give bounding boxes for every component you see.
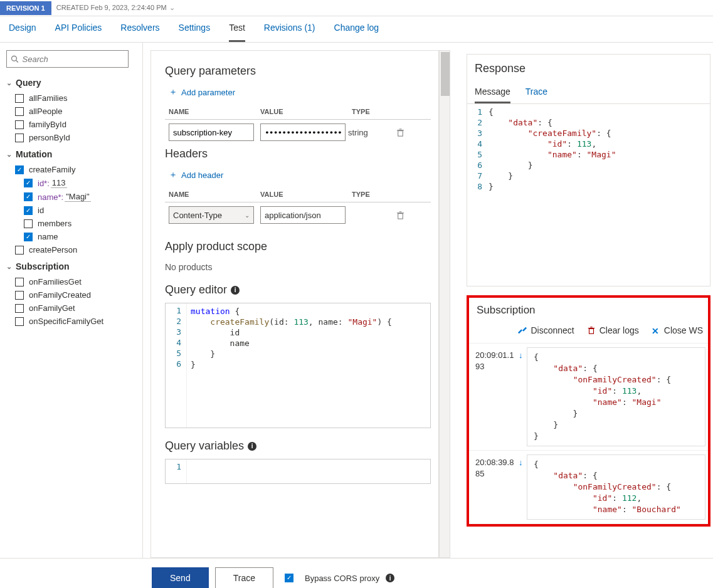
col-value: VALUE: [260, 108, 352, 115]
header-value-text: application/json: [265, 211, 321, 220]
section-query[interactable]: ⌄Query: [6, 78, 136, 88]
checkbox[interactable]: [15, 278, 24, 286]
add-parameter-link[interactable]: ＋Add parameter: [169, 87, 431, 98]
query-familybyid[interactable]: familyById: [6, 118, 136, 131]
info-icon[interactable]: i: [248, 442, 256, 451]
tab-api-policies[interactable]: API Policies: [55, 23, 102, 42]
disconnect-button[interactable]: Disconnect: [518, 325, 574, 335]
query-editor[interactable]: 123456 mutation { createFamily(id: 113, …: [165, 303, 431, 428]
footer: Send Trace Bypass CORS proxy i: [0, 558, 713, 588]
send-button[interactable]: Send: [152, 567, 209, 588]
query-variables-editor[interactable]: 1: [165, 459, 431, 484]
col-value: VALUE: [260, 191, 352, 198]
query-allpeople[interactable]: allPeople: [6, 105, 136, 118]
code-body[interactable]: [187, 459, 430, 483]
info-icon[interactable]: i: [386, 574, 394, 582]
center-panel: Query parameters ＋Add parameter NAME VAL…: [151, 50, 439, 558]
arrow-down-icon: ↓: [519, 350, 523, 360]
code-body[interactable]: mutation { createFamily(id: 113, name: "…: [187, 303, 430, 428]
add-header-link[interactable]: ＋Add header: [169, 169, 431, 181]
headers-heading: Headers: [165, 147, 431, 160]
search-input[interactable]: [23, 55, 124, 64]
tab-change-log[interactable]: Change log: [334, 23, 379, 42]
sub-onfamiliesget[interactable]: onFamiliesGet: [6, 275, 136, 288]
clear-logs-button[interactable]: Clear logs: [587, 325, 639, 335]
checkbox[interactable]: [24, 179, 33, 187]
section-subscription[interactable]: ⌄Subscription: [6, 261, 136, 271]
gutter: 12345678: [467, 104, 489, 286]
section-query-label: Query: [16, 78, 41, 88]
param-name[interactable]: name*: "Magi": [6, 190, 136, 204]
plus-icon: ＋: [169, 87, 177, 98]
close-ws-button[interactable]: ✕ Close WS: [652, 325, 703, 335]
label: personById: [29, 133, 70, 142]
checkbox[interactable]: [15, 291, 24, 300]
tab-message[interactable]: Message: [475, 81, 510, 103]
scrollbar[interactable]: [439, 50, 450, 558]
checkbox[interactable]: [15, 94, 24, 103]
tab-revisions[interactable]: Revisions (1): [264, 23, 315, 42]
param-name-input[interactable]: [169, 123, 254, 141]
label: onFamilyCreated: [29, 290, 91, 300]
sub-onspecificfamilyget[interactable]: onSpecificFamilyGet: [6, 315, 136, 328]
field-name[interactable]: name: [6, 230, 136, 243]
query-personbyid[interactable]: personById: [6, 131, 136, 144]
col-name: NAME: [169, 191, 260, 198]
checkbox[interactable]: [24, 192, 33, 201]
trash-icon[interactable]: [396, 128, 405, 137]
label: createPerson: [29, 245, 77, 255]
trace-button[interactable]: Trace: [215, 567, 273, 588]
param-id[interactable]: id*: 113: [6, 176, 136, 190]
label: allPeople: [29, 107, 63, 116]
info-icon[interactable]: i: [231, 286, 240, 295]
section-mutation[interactable]: ⌄Mutation: [6, 149, 136, 159]
checkbox[interactable]: [24, 233, 33, 241]
param-label: name*:: [38, 192, 63, 202]
sub-onfamilyget[interactable]: onFamilyGet: [6, 302, 136, 315]
mutation-createfamily[interactable]: createFamily: [6, 163, 136, 176]
checkbox[interactable]: [15, 317, 24, 326]
trash-icon[interactable]: [396, 211, 405, 220]
param-value[interactable]: 113: [51, 178, 67, 188]
param-value-input[interactable]: [260, 123, 346, 141]
checkbox[interactable]: [24, 219, 33, 228]
checkbox[interactable]: [15, 246, 24, 255]
headers-header: NAME VALUE TYPE: [165, 187, 431, 202]
revision-created-text: CREATED Feb 9, 2023, 2:24:40 PM: [56, 4, 167, 11]
log-timestamp: 20:08:39.8 ↓85: [469, 451, 527, 523]
tab-design[interactable]: Design: [9, 23, 36, 42]
revision-created[interactable]: CREATED Feb 9, 2023, 2:24:40 PM⌄: [51, 4, 180, 12]
label: onFamiliesGet: [29, 277, 82, 286]
mutation-createperson[interactable]: createPerson: [6, 243, 136, 256]
gutter: 1: [166, 459, 187, 483]
chevron-down-icon: ⌄: [6, 79, 12, 87]
checkbox[interactable]: [15, 107, 24, 116]
checkbox[interactable]: [15, 304, 24, 313]
scrollbar-thumb[interactable]: [441, 52, 450, 96]
chevron-down-icon: ⌄: [6, 263, 12, 271]
log-json: { "data": { "onFamilyCreated": { "id": 1…: [527, 454, 705, 520]
no-products-text: No products: [165, 262, 431, 272]
query-variables-heading: Query variablesi: [165, 439, 431, 453]
query-allfamilies[interactable]: allFamilies: [6, 92, 136, 105]
param-value[interactable]: "Magi": [65, 192, 90, 202]
checkbox[interactable]: [24, 206, 33, 215]
field-id[interactable]: id: [6, 204, 136, 217]
header-value-select[interactable]: application/json: [260, 206, 346, 224]
response-json[interactable]: 12345678 { "data": { "createFamily": { "…: [467, 104, 710, 286]
sub-onfamilycreated[interactable]: onFamilyCreated: [6, 288, 136, 302]
field-members[interactable]: members: [6, 217, 136, 230]
checkbox[interactable]: [15, 165, 24, 174]
header-name-select[interactable]: Content-Type⌄: [169, 206, 254, 224]
bypass-cors-checkbox[interactable]: [285, 574, 293, 582]
checkbox[interactable]: [15, 120, 24, 129]
log-row: 20:08:39.8 ↓85 { "data": { "onFamilyCrea…: [469, 451, 708, 524]
tab-resolvers[interactable]: Resolvers: [120, 23, 159, 42]
add-parameter-label: Add parameter: [181, 88, 235, 97]
plus-icon: ＋: [169, 169, 177, 181]
tab-test[interactable]: Test: [229, 23, 245, 42]
tab-trace[interactable]: Trace: [526, 81, 547, 103]
checkbox[interactable]: [15, 134, 24, 142]
tab-settings[interactable]: Settings: [179, 23, 211, 42]
search-box[interactable]: [6, 50, 129, 68]
